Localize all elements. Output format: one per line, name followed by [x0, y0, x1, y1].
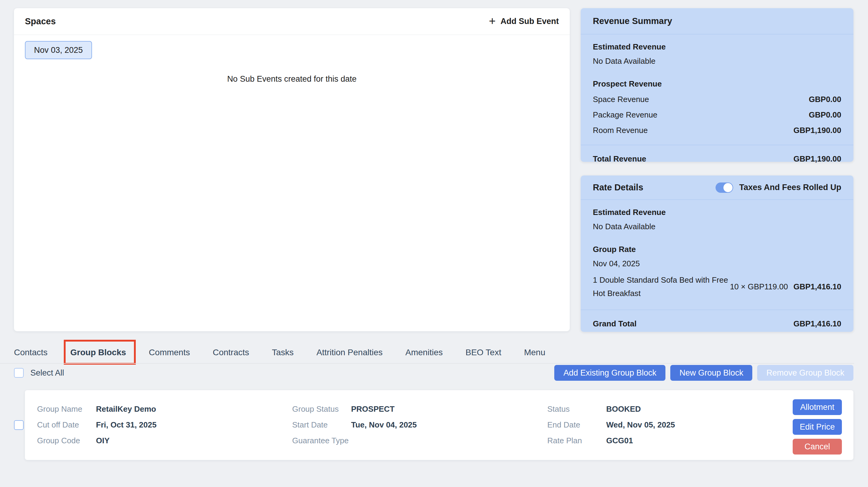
- taxes-toggle-label: Taxes And Fees Rolled Up: [739, 183, 841, 192]
- group-block-column-3: Status BOOKED End Date Wed, Nov 05, 2025…: [547, 401, 675, 449]
- field-label: Rate Plan: [547, 436, 606, 445]
- edit-price-button[interactable]: Edit Price: [793, 419, 842, 435]
- group-blocks-toolbar: Select All Add Existing Group Block New …: [14, 365, 854, 381]
- field-label: Status: [547, 404, 606, 414]
- grand-total-label: Grand Total: [593, 319, 637, 328]
- revenue-summary-header: Revenue Summary: [581, 8, 854, 34]
- group-block-row-checkbox[interactable]: [14, 420, 24, 430]
- rate-details-title: Rate Details: [593, 183, 643, 193]
- new-group-block-button[interactable]: New Group Block: [670, 365, 752, 381]
- field-row: Rate Plan GCG01: [547, 433, 675, 449]
- add-sub-event-label: Add Sub Event: [500, 17, 559, 26]
- total-revenue-row: Total Revenue GBP1,190.00: [593, 154, 841, 164]
- tab-bar: Contacts Group Blocks Comments Contracts…: [14, 343, 546, 362]
- field-label: End Date: [547, 420, 606, 430]
- grand-total-value: GBP1,416.10: [793, 319, 841, 328]
- field-row: Guarantee Type: [292, 433, 417, 449]
- tab-contacts[interactable]: Contacts: [14, 348, 48, 357]
- prospect-revenue-label: Prospect Revenue: [593, 79, 841, 89]
- tab-beo-text[interactable]: BEO Text: [466, 348, 501, 357]
- rate-details-panel: Rate Details Taxes And Fees Rolled Up Es…: [581, 175, 854, 332]
- revenue-summary-title: Revenue Summary: [593, 16, 672, 26]
- grand-total-row: Grand Total GBP1,416.10: [593, 319, 841, 328]
- spaces-header: Spaces + Add Sub Event: [14, 8, 570, 35]
- rate-item-qty-rate: 10 × GBP119.00: [730, 282, 788, 291]
- total-revenue-value: GBP1,190.00: [793, 154, 841, 164]
- field-label: Cut off Date: [37, 420, 96, 430]
- field-row: Status BOOKED: [547, 401, 675, 417]
- rate-details-header: Rate Details Taxes And Fees Rolled Up: [581, 175, 854, 200]
- group-block-card: Group Name RetailKey Demo Cut off Date F…: [25, 390, 854, 460]
- cancel-button[interactable]: Cancel: [793, 439, 842, 455]
- tab-tasks[interactable]: Tasks: [272, 348, 294, 357]
- remove-group-block-button[interactable]: Remove Group Block: [757, 365, 854, 381]
- group-block-column-2: Group Status PROSPECT Start Date Tue, No…: [292, 401, 417, 449]
- group-block-column-1: Group Name RetailKey Demo Cut off Date F…: [37, 401, 156, 449]
- rate-item-row: 1 Double Standard Sofa Bed with Free Hot…: [593, 273, 841, 300]
- toggle-knob-icon: [723, 183, 733, 192]
- rate-details-body: Estimated Revenue No Data Available Grou…: [581, 200, 854, 328]
- group-block-actions: Allotment Edit Price Cancel: [793, 399, 842, 455]
- group-code-value: OIY: [96, 436, 110, 445]
- divider: [581, 145, 854, 145]
- no-data-text: No Data Available: [593, 57, 841, 66]
- revenue-row-value: GBP0.00: [809, 95, 841, 104]
- field-label: Group Name: [37, 404, 96, 414]
- no-data-text: No Data Available: [593, 222, 841, 231]
- field-row: End Date Wed, Nov 05, 2025: [547, 417, 675, 433]
- revenue-row: Room Revenue GBP1,190.00: [593, 126, 841, 135]
- select-all-checkbox[interactable]: [14, 368, 24, 378]
- end-date-value: Wed, Nov 05, 2025: [606, 420, 675, 430]
- tab-group-blocks-label: Group Blocks: [70, 348, 126, 357]
- group-name-value: RetailKey Demo: [96, 404, 156, 414]
- tab-group-blocks[interactable]: Group Blocks: [70, 348, 126, 357]
- select-all-label: Select All: [30, 368, 64, 378]
- tab-bar-divider: [0, 363, 854, 364]
- revenue-row: Space Revenue GBP0.00: [593, 95, 841, 104]
- revenue-row-value: GBP1,190.00: [793, 126, 841, 135]
- revenue-row-value: GBP0.00: [809, 110, 841, 120]
- field-row: Group Status PROSPECT: [292, 401, 417, 417]
- date-chip[interactable]: Nov 03, 2025: [25, 41, 92, 59]
- spaces-body: Nov 03, 2025 No Sub Events created for t…: [14, 35, 570, 90]
- taxes-toggle-group: Taxes And Fees Rolled Up: [716, 183, 841, 193]
- spaces-title: Spaces: [25, 17, 56, 26]
- add-sub-event-button[interactable]: + Add Sub Event: [489, 17, 559, 27]
- field-label: Group Code: [37, 436, 96, 445]
- field-label: Start Date: [292, 420, 351, 430]
- taxes-toggle[interactable]: [716, 183, 733, 193]
- rate-date: Nov 04, 2025: [593, 259, 841, 268]
- rate-item-name: 1 Double Standard Sofa Bed with Free Hot…: [593, 273, 730, 300]
- field-label: Group Status: [292, 404, 351, 414]
- field-row: Group Name RetailKey Demo: [37, 401, 156, 417]
- revenue-row-label: Room Revenue: [593, 126, 648, 135]
- total-revenue-label: Total Revenue: [593, 154, 646, 164]
- tab-menu[interactable]: Menu: [524, 348, 545, 357]
- field-row: Group Code OIY: [37, 433, 156, 449]
- empty-message: No Sub Events created for this date: [25, 74, 559, 84]
- tab-attrition-penalties[interactable]: Attrition Penalties: [316, 348, 383, 357]
- page: Spaces + Add Sub Event Nov 03, 2025 No S…: [0, 0, 868, 487]
- tab-amenities[interactable]: Amenities: [405, 348, 443, 357]
- group-rate-label: Group Rate: [593, 245, 841, 254]
- select-all-control[interactable]: Select All: [14, 368, 64, 378]
- estimated-revenue-label: Estimated Revenue: [593, 208, 841, 217]
- estimated-revenue-label: Estimated Revenue: [593, 42, 841, 52]
- start-date-value: Tue, Nov 04, 2025: [351, 420, 417, 430]
- revenue-summary-panel: Revenue Summary Estimated Revenue No Dat…: [581, 8, 854, 162]
- rate-item-amounts: 10 × GBP119.00 GBP1,416.10: [730, 282, 841, 291]
- tab-comments[interactable]: Comments: [149, 348, 190, 357]
- tab-contracts[interactable]: Contracts: [213, 348, 249, 357]
- plus-icon: +: [489, 15, 496, 27]
- revenue-summary-body: Estimated Revenue No Data Available Pros…: [581, 34, 854, 164]
- allotment-button[interactable]: Allotment: [793, 399, 842, 415]
- status-value: BOOKED: [606, 404, 641, 414]
- rate-item-amount: GBP1,416.10: [793, 282, 841, 291]
- spaces-panel: Spaces + Add Sub Event Nov 03, 2025 No S…: [14, 8, 570, 331]
- cut-off-date-value: Fri, Oct 31, 2025: [96, 420, 156, 430]
- add-existing-group-block-button[interactable]: Add Existing Group Block: [554, 365, 665, 381]
- toolbar-buttons: Add Existing Group Block New Group Block…: [554, 365, 854, 381]
- revenue-row-label: Package Revenue: [593, 110, 657, 120]
- rate-plan-value: GCG01: [606, 436, 633, 445]
- field-label: Guarantee Type: [292, 436, 351, 445]
